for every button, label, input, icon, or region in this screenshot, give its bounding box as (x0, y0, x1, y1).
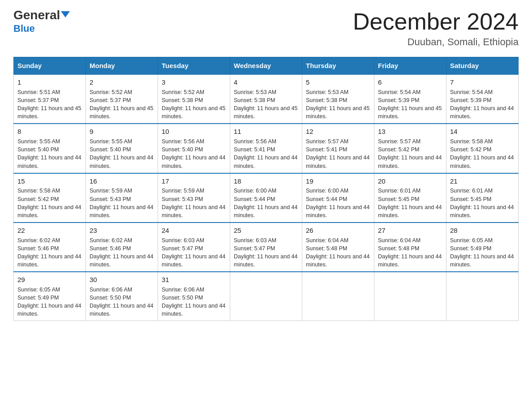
day-info: Sunrise: 6:06 AMSunset: 5:50 PMDaylight:… (90, 287, 153, 317)
calendar-cell: 15 Sunrise: 5:58 AMSunset: 5:42 PMDaylig… (14, 173, 86, 223)
day-info: Sunrise: 6:05 AMSunset: 5:49 PMDaylight:… (450, 237, 514, 268)
weekday-header-friday: Friday (374, 57, 446, 75)
day-number: 25 (234, 226, 298, 235)
calendar-cell: 29 Sunrise: 6:05 AMSunset: 5:49 PMDaylig… (14, 272, 86, 321)
day-number: 5 (306, 77, 370, 87)
day-info: Sunrise: 6:02 AMSunset: 5:46 PMDaylight:… (17, 237, 81, 268)
day-info: Sunrise: 5:53 AMSunset: 5:38 PMDaylight:… (234, 89, 297, 120)
calendar-cell: 7 Sunrise: 5:54 AMSunset: 5:39 PMDayligh… (446, 74, 519, 124)
day-number: 8 (17, 127, 82, 137)
day-number: 17 (162, 176, 226, 186)
day-number: 1 (17, 77, 82, 87)
logo: General Blue (13, 9, 70, 34)
day-number: 20 (378, 176, 442, 186)
calendar-cell: 6 Sunrise: 5:54 AMSunset: 5:39 PMDayligh… (374, 74, 446, 124)
day-info: Sunrise: 5:52 AMSunset: 5:37 PMDaylight:… (90, 89, 153, 120)
day-info: Sunrise: 6:02 AMSunset: 5:46 PMDaylight:… (90, 237, 153, 268)
day-info: Sunrise: 5:55 AMSunset: 5:40 PMDaylight:… (17, 138, 81, 169)
weekday-header-saturday: Saturday (446, 57, 519, 75)
day-info: Sunrise: 5:59 AMSunset: 5:43 PMDaylight:… (90, 188, 153, 218)
day-info: Sunrise: 6:01 AMSunset: 5:45 PMDaylight:… (450, 188, 514, 218)
day-number: 10 (162, 127, 226, 137)
weekday-header-thursday: Thursday (302, 57, 374, 75)
day-number: 6 (378, 77, 442, 87)
day-number: 3 (162, 77, 226, 87)
calendar-cell: 21 Sunrise: 6:01 AMSunset: 5:45 PMDaylig… (446, 173, 519, 223)
calendar-cell: 14 Sunrise: 5:58 AMSunset: 5:42 PMDaylig… (446, 124, 519, 173)
page-header: General Blue December 2024 Duuban, Somal… (13, 9, 519, 48)
day-number: 12 (306, 127, 370, 137)
calendar-cell: 1 Sunrise: 5:51 AMSunset: 5:37 PMDayligh… (14, 74, 86, 124)
logo-triangle-icon (61, 11, 70, 17)
calendar-cell: 31 Sunrise: 6:06 AMSunset: 5:50 PMDaylig… (158, 272, 230, 321)
weekday-header-monday: Monday (86, 57, 158, 75)
calendar-cell: 5 Sunrise: 5:53 AMSunset: 5:38 PMDayligh… (302, 74, 374, 124)
calendar-cell: 4 Sunrise: 5:53 AMSunset: 5:38 PMDayligh… (230, 74, 302, 124)
day-info: Sunrise: 5:59 AMSunset: 5:43 PMDaylight:… (162, 188, 225, 218)
calendar-cell (374, 272, 446, 321)
calendar-cell: 10 Sunrise: 5:56 AMSunset: 5:40 PMDaylig… (158, 124, 230, 173)
calendar-cell: 9 Sunrise: 5:55 AMSunset: 5:40 PMDayligh… (86, 124, 158, 173)
day-number: 27 (378, 226, 442, 235)
day-number: 24 (162, 226, 226, 235)
day-number: 4 (234, 77, 298, 87)
day-info: Sunrise: 5:56 AMSunset: 5:41 PMDaylight:… (234, 138, 297, 169)
calendar-cell: 3 Sunrise: 5:52 AMSunset: 5:38 PMDayligh… (158, 74, 230, 124)
day-info: Sunrise: 5:53 AMSunset: 5:38 PMDaylight:… (306, 89, 369, 120)
day-number: 2 (90, 77, 154, 87)
calendar-cell: 16 Sunrise: 5:59 AMSunset: 5:43 PMDaylig… (86, 173, 158, 223)
day-info: Sunrise: 6:00 AMSunset: 5:44 PMDaylight:… (234, 188, 297, 218)
weekday-header-wednesday: Wednesday (230, 57, 302, 75)
day-info: Sunrise: 6:03 AMSunset: 5:47 PMDaylight:… (162, 237, 225, 268)
day-number: 18 (234, 176, 298, 186)
calendar-cell: 23 Sunrise: 6:02 AMSunset: 5:46 PMDaylig… (86, 223, 158, 272)
calendar-cell: 2 Sunrise: 5:52 AMSunset: 5:37 PMDayligh… (86, 74, 158, 124)
day-number: 28 (450, 226, 515, 235)
calendar-table: SundayMondayTuesdayWednesdayThursdayFrid… (13, 57, 519, 321)
day-number: 14 (450, 127, 515, 137)
calendar-week-row: 1 Sunrise: 5:51 AMSunset: 5:37 PMDayligh… (14, 74, 519, 124)
calendar-week-row: 29 Sunrise: 6:05 AMSunset: 5:49 PMDaylig… (14, 272, 519, 321)
day-info: Sunrise: 5:57 AMSunset: 5:42 PMDaylight:… (378, 138, 442, 169)
day-info: Sunrise: 6:04 AMSunset: 5:48 PMDaylight:… (306, 237, 369, 268)
day-info: Sunrise: 5:54 AMSunset: 5:39 PMDaylight:… (450, 89, 514, 120)
calendar-cell: 28 Sunrise: 6:05 AMSunset: 5:49 PMDaylig… (446, 223, 519, 272)
calendar-cell (446, 272, 519, 321)
calendar-cell: 20 Sunrise: 6:01 AMSunset: 5:45 PMDaylig… (374, 173, 446, 223)
calendar-cell: 19 Sunrise: 6:00 AMSunset: 5:44 PMDaylig… (302, 173, 374, 223)
logo-blue: Blue (13, 23, 35, 34)
calendar-cell: 13 Sunrise: 5:57 AMSunset: 5:42 PMDaylig… (374, 124, 446, 173)
calendar-cell: 12 Sunrise: 5:57 AMSunset: 5:41 PMDaylig… (302, 124, 374, 173)
day-number: 19 (306, 176, 370, 186)
day-number: 7 (450, 77, 515, 87)
day-number: 30 (90, 275, 154, 285)
calendar-cell: 22 Sunrise: 6:02 AMSunset: 5:46 PMDaylig… (14, 223, 86, 272)
calendar-cell: 24 Sunrise: 6:03 AMSunset: 5:47 PMDaylig… (158, 223, 230, 272)
day-info: Sunrise: 5:58 AMSunset: 5:42 PMDaylight:… (17, 188, 81, 218)
day-number: 26 (306, 226, 370, 235)
calendar-cell: 25 Sunrise: 6:03 AMSunset: 5:47 PMDaylig… (230, 223, 302, 272)
day-number: 11 (234, 127, 298, 137)
calendar-week-row: 8 Sunrise: 5:55 AMSunset: 5:40 PMDayligh… (14, 124, 519, 173)
calendar-cell: 11 Sunrise: 5:56 AMSunset: 5:41 PMDaylig… (230, 124, 302, 173)
day-info: Sunrise: 6:04 AMSunset: 5:48 PMDaylight:… (378, 237, 442, 268)
day-number: 23 (90, 226, 154, 235)
page-title: December 2024 (353, 9, 519, 34)
day-number: 16 (90, 176, 154, 186)
day-info: Sunrise: 6:00 AMSunset: 5:44 PMDaylight:… (306, 188, 369, 218)
day-number: 22 (17, 226, 82, 235)
calendar-cell: 18 Sunrise: 6:00 AMSunset: 5:44 PMDaylig… (230, 173, 302, 223)
day-info: Sunrise: 5:56 AMSunset: 5:40 PMDaylight:… (162, 138, 225, 169)
calendar-cell: 30 Sunrise: 6:06 AMSunset: 5:50 PMDaylig… (86, 272, 158, 321)
day-number: 31 (162, 275, 226, 285)
day-number: 29 (17, 275, 82, 285)
weekday-header-tuesday: Tuesday (158, 57, 230, 75)
calendar-cell (230, 272, 302, 321)
day-info: Sunrise: 6:03 AMSunset: 5:47 PMDaylight:… (234, 237, 297, 268)
day-info: Sunrise: 6:01 AMSunset: 5:45 PMDaylight:… (378, 188, 442, 218)
day-number: 15 (17, 176, 82, 186)
calendar-cell (302, 272, 374, 321)
page-subtitle: Duuban, Somali, Ethiopia (353, 36, 519, 48)
weekday-header-sunday: Sunday (14, 57, 86, 75)
title-section: December 2024 Duuban, Somali, Ethiopia (353, 9, 519, 48)
